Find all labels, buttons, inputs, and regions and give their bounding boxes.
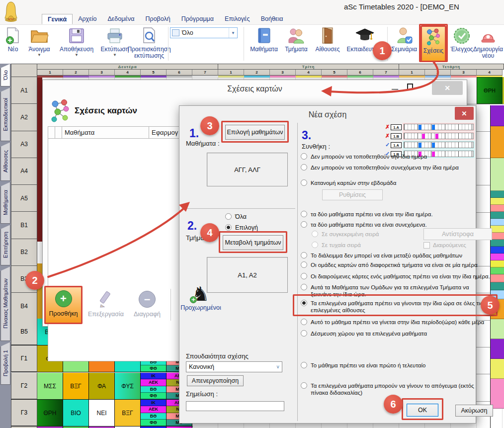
order-specific-option[interactable]: Σε συγκεκριμένη σειρά [312, 231, 379, 238]
asc-bell-logo-icon[interactable]: aSc [3, 1, 19, 23]
importance-select[interactable]: Κανονική ˅ [186, 361, 282, 372]
menu-tab-data[interactable]: Δεδομένα [102, 14, 140, 24]
condition-option-13[interactable]: Το μάθημα πρέπει να είναι πρώτο ή τελευτ… [301, 362, 425, 369]
print-dropdown-icon[interactable]: ▼ [113, 53, 117, 57]
divided-checkbox[interactable] [423, 242, 430, 249]
timetable-cell[interactable]: ΒΞΓ [115, 400, 141, 426]
timetable-cell[interactable]: ΦΘ [141, 420, 166, 426]
condition-option-2[interactable]: Δεν μπορούν να τοποθετηθούν συνεχόμενα τ… [301, 164, 459, 171]
save-dropdown-icon[interactable]: ▼ [75, 53, 79, 57]
edit-button[interactable]: Επεξεργασία [84, 288, 127, 318]
condition-option-14[interactable]: Τα επιλεγμένα μαθήματα μπορούν να γίνουν… [301, 382, 490, 396]
condition-option-1[interactable]: Δεν μπορούν να τοποθετηθούν την ίδια ημέ… [301, 153, 427, 160]
classes-select-option[interactable]: Επιλογή [225, 224, 258, 231]
disable-button[interactable]: Απενεργοποίηση [187, 375, 244, 386]
timetable-cell[interactable] [491, 379, 504, 409]
note-input[interactable] [186, 401, 284, 411]
side-tab-view1[interactable]: Προβολή 1 [0, 342, 10, 385]
classrooms-button[interactable]: Αίθουσες [312, 25, 343, 62]
change-classes-button[interactable]: Μεταβολή τμημάτων [223, 235, 283, 250]
menu-tab-view[interactable]: Προβολή [140, 14, 176, 24]
radio-button[interactable] [225, 224, 232, 231]
relations-button[interactable]: Σχέσεις [420, 25, 446, 62]
timetable-cell[interactable] [491, 219, 504, 226]
minimize-icon[interactable]: — [392, 85, 398, 92]
print-button[interactable]: Εκτύπωση ▼ [98, 25, 131, 62]
condition-option-12[interactable]: Δέσμευση χώρου για τα επιλεγμένα μαθήματ… [301, 330, 427, 337]
timetable-cell[interactable]: ΦΑ [89, 373, 115, 399]
open-button[interactable]: Άνοιγμα ▼ [24, 25, 55, 62]
timetable-cell[interactable] [491, 212, 504, 219]
timetable-cell[interactable]: ΦΥΣ [115, 373, 141, 399]
timetable-cell[interactable] [491, 105, 504, 126]
timetable-cell[interactable]: ΙΚ [141, 400, 166, 406]
menu-tab-schedule[interactable]: Πρόγραμμα [176, 14, 219, 24]
timetable-cell[interactable] [491, 254, 504, 260]
timetable-cell[interactable] [491, 126, 504, 158]
timetable-cell[interactable] [491, 240, 504, 247]
table-column-subjects[interactable]: Μαθήματα [62, 126, 149, 139]
condition-option-10[interactable]: Τα επιλεγμένα μαθήματα πρέπει να γίνοντα… [301, 300, 484, 314]
timetable-cell[interactable] [491, 198, 504, 205]
timetable-cell[interactable] [491, 233, 504, 240]
close-icon[interactable]: ✕ [432, 81, 463, 95]
timetable-cell[interactable]: ΒΘ [141, 386, 166, 393]
condition-option-4[interactable]: τα δύο μαθήματα πρέπει να είναι την ίδια… [301, 211, 433, 218]
timetable-cell[interactable]: ΝΕΙ [89, 400, 115, 426]
condition-option-7[interactable]: Οι ομάδες καρτών από διαφορετικά τμήματα… [301, 261, 478, 268]
timetable-cell[interactable]: ΦΘ [141, 393, 166, 399]
timetable-cell[interactable] [491, 247, 504, 254]
delete-button[interactable]: – Διαγραφή [129, 288, 166, 318]
condition-option-6[interactable]: Το διάλειμμα δεν μπορεί να είναι μεταξύ … [301, 252, 462, 259]
add-button[interactable]: + Προσθήκη [44, 286, 83, 324]
new-button[interactable]: Νέο [3, 25, 23, 62]
timetable-cell[interactable]: ΑΕΚ [141, 379, 166, 386]
timetable-cell[interactable] [491, 282, 504, 290]
condition-option-5[interactable]: τα δύο μαθήματα πρέπει να είναι συνεχόμε… [301, 221, 427, 228]
advanced-button[interactable]: ♞+ Προχωρημένοι [172, 283, 230, 311]
timetable-cell[interactable]: ΘΡΗ [477, 77, 503, 104]
chevron-down-icon[interactable]: ˅ [276, 364, 282, 370]
condition-option-8[interactable]: Οι διαιρούμενες κάρτες ενός μαθήματος πρ… [301, 273, 490, 280]
subjects-button[interactable]: Μαθήματα [248, 25, 280, 62]
maximize-icon[interactable] [407, 84, 413, 90]
timetable-cell[interactable] [491, 319, 504, 339]
condition-option-9[interactable]: Αυτά τα Μαθήματα των Ομάδων για τα επιλε… [301, 284, 475, 298]
timetable-cell[interactable] [491, 267, 504, 274]
save-button[interactable]: Αποθήκευση ▼ [56, 25, 97, 62]
close-icon[interactable]: ✕ [455, 107, 474, 120]
timetable-cell[interactable] [491, 339, 504, 359]
side-tab-supervision[interactable]: Επιτήρηση [0, 225, 10, 265]
print-preview-button[interactable]: Προεπισκόπηση εκτύπωσης [132, 25, 166, 62]
radio-button[interactable] [225, 213, 232, 220]
open-dropdown-icon[interactable]: ▼ [37, 53, 41, 57]
reverse-button[interactable]: Αντίστροφα [423, 228, 492, 240]
menu-tab-file[interactable]: Αρχείο [73, 14, 102, 24]
timetable-cell[interactable]: ΑΕΚ [141, 406, 166, 413]
timetable-cell[interactable] [491, 359, 504, 379]
timetable-cell[interactable] [491, 226, 504, 233]
timetable-cell[interactable] [491, 274, 504, 282]
menu-tab-help[interactable]: Βοήθεια [255, 14, 289, 24]
settings-button[interactable]: Ρυθμίσεις [322, 189, 383, 200]
side-tab-all[interactable]: Όλο [0, 64, 10, 86]
side-tab-subjects-table[interactable]: Πίνακας Μαθημάτων [0, 266, 10, 341]
ok-button[interactable]: OK [407, 404, 438, 417]
seminars-button[interactable]: Σεμινάρια [389, 25, 420, 62]
classes-button[interactable]: Τμήματα [281, 25, 311, 62]
view-selector[interactable]: Όλο ▼ [170, 27, 238, 38]
side-tab-classrooms[interactable]: Αίθουσες [0, 142, 10, 181]
side-tab-subjects[interactable]: Μαθήματα [0, 182, 10, 224]
timetable-cell[interactable]: ΒΙΟ [63, 400, 89, 426]
check-button[interactable]: Έλεγχος [448, 25, 475, 62]
timetable-cell[interactable]: ΘΡΗ [37, 400, 63, 426]
menu-tab-general[interactable]: Γενικά [42, 14, 73, 24]
timetable-cell[interactable] [491, 260, 504, 267]
side-tab-teachers[interactable]: Εκπαιδευτικοί [0, 87, 10, 141]
cancel-button[interactable]: Ακύρωση [455, 405, 493, 417]
timetable-cell[interactable]: ΙΚ [141, 373, 166, 379]
order-random-option[interactable]: Σε τυχαία σειρά [312, 242, 361, 249]
timetable-cell[interactable]: ΒΞΓ [63, 373, 89, 399]
generate-cloud-button[interactable]: Δημιουρ στο σύνν [501, 25, 504, 62]
timetable-cell[interactable]: ΒΘ [141, 413, 166, 420]
